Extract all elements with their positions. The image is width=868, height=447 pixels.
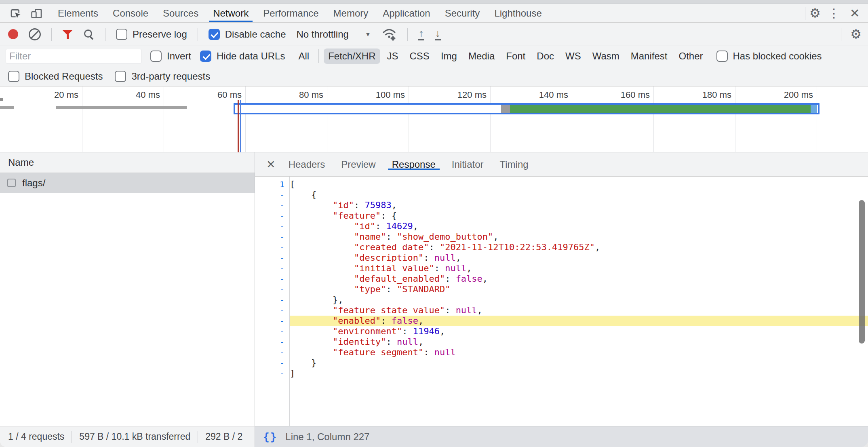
line-number: - bbox=[255, 232, 289, 242]
filter-toggle-icon[interactable] bbox=[62, 29, 73, 40]
tab-sources[interactable]: Sources bbox=[156, 4, 206, 22]
line-number: - bbox=[255, 263, 289, 274]
tab-memory[interactable]: Memory bbox=[326, 4, 376, 22]
code-line: "identity": null, bbox=[290, 337, 868, 347]
network-summary: 1 / 4 requests597 B / 10.1 kB transferre… bbox=[0, 426, 255, 447]
preserve-log-checkbox[interactable] bbox=[116, 29, 127, 40]
waterfall-bar-selected-request[interactable] bbox=[234, 103, 820, 114]
inspect-element-button[interactable] bbox=[5, 4, 26, 22]
line-number: - bbox=[255, 211, 289, 221]
more-options-icon[interactable]: ⋮ bbox=[825, 7, 843, 19]
line-number: - bbox=[255, 284, 289, 295]
type-filter-media[interactable]: Media bbox=[464, 48, 499, 64]
tab-elements[interactable]: Elements bbox=[51, 4, 105, 22]
detail-tab-response[interactable]: Response bbox=[384, 159, 444, 170]
has-blocked-cookies-checkbox[interactable] bbox=[716, 51, 728, 62]
preserve-log-option: Preserve log bbox=[116, 29, 187, 40]
line-number: - bbox=[255, 316, 289, 326]
network-conditions-icon[interactable] bbox=[381, 27, 397, 41]
detail-tab-preview[interactable]: Preview bbox=[333, 159, 383, 170]
timeline-tick-label: 80 ms bbox=[299, 90, 323, 100]
requests-table: Name flags/ bbox=[0, 152, 255, 426]
timeline-tick: 140 ms bbox=[490, 86, 572, 152]
pretty-print-icon[interactable]: {} bbox=[263, 431, 277, 443]
close-details-icon[interactable]: ✕ bbox=[261, 152, 280, 176]
line-number: - bbox=[255, 305, 289, 316]
throttling-value: No throttling bbox=[296, 29, 348, 40]
timeline-tick-label: 160 ms bbox=[621, 90, 650, 100]
network-settings-gear-icon[interactable]: ⚙ bbox=[850, 28, 862, 40]
hide-data-urls-checkbox[interactable] bbox=[200, 51, 211, 62]
clear-network-log-icon[interactable] bbox=[29, 28, 41, 40]
vertical-scrollbar[interactable] bbox=[859, 200, 865, 344]
code-line: "feature_segment": null bbox=[290, 347, 868, 358]
filter-input[interactable] bbox=[6, 49, 141, 63]
blocked-requests-checkbox[interactable] bbox=[8, 71, 19, 82]
waterfall-bar-gray bbox=[0, 106, 14, 109]
type-filter-img[interactable]: Img bbox=[436, 48, 461, 64]
code-line: }, bbox=[290, 295, 868, 305]
invert-label: Invert bbox=[167, 51, 191, 62]
hide-data-urls-label: Hide data URLs bbox=[217, 51, 285, 62]
waterfall-bar-fragment bbox=[0, 98, 3, 101]
tab-application[interactable]: Application bbox=[375, 4, 437, 22]
name-column-header[interactable]: Name bbox=[0, 152, 255, 173]
throttling-select[interactable]: No throttling ▼ bbox=[296, 29, 371, 40]
type-filter-all[interactable]: All bbox=[294, 48, 314, 64]
code-line: "id": 14629, bbox=[290, 221, 868, 232]
code-line: { bbox=[290, 190, 868, 200]
detail-tabs: ✕ HeadersPreviewResponseInitiatorTiming bbox=[255, 152, 868, 177]
line-number: - bbox=[255, 347, 289, 358]
close-devtools-icon[interactable]: ✕ bbox=[847, 7, 862, 19]
line-number: - bbox=[255, 295, 289, 305]
panel-tabs: ElementsConsoleSourcesNetworkPerformance… bbox=[51, 4, 549, 22]
code-line: "initial_value": null, bbox=[290, 263, 868, 274]
settings-gear-icon[interactable]: ⚙ bbox=[809, 7, 821, 19]
timeline-tick-label: 200 ms bbox=[784, 90, 813, 100]
blocked-requests-option: Blocked Requests bbox=[8, 71, 103, 82]
search-icon[interactable] bbox=[83, 29, 95, 40]
device-toolbar-button[interactable] bbox=[26, 4, 47, 22]
timeline-tick: 80 ms bbox=[245, 86, 327, 152]
summary-item: 1 / 4 requests bbox=[8, 431, 64, 442]
code-line: "feature": { bbox=[290, 211, 868, 221]
detail-tab-initiator[interactable]: Initiator bbox=[444, 159, 492, 170]
timeline-tick: 60 ms bbox=[164, 86, 246, 152]
network-overview-timeline[interactable]: 20 ms40 ms60 ms80 ms100 ms120 ms140 ms16… bbox=[0, 86, 868, 152]
detail-tab-timing[interactable]: Timing bbox=[491, 159, 536, 170]
window-top-strip bbox=[0, 0, 868, 4]
preserve-log-label: Preserve log bbox=[133, 29, 187, 40]
line-number: - bbox=[255, 190, 289, 200]
type-filter-wasm[interactable]: Wasm bbox=[588, 48, 624, 64]
type-filter-manifest[interactable]: Manifest bbox=[626, 48, 672, 64]
timeline-tick-label: 20 ms bbox=[54, 90, 78, 100]
request-doc-icon bbox=[7, 179, 16, 187]
third-party-checkbox[interactable] bbox=[115, 71, 126, 82]
record-network-log-button[interactable] bbox=[8, 29, 18, 39]
tab-console[interactable]: Console bbox=[105, 4, 156, 22]
domcontentloaded-event-line bbox=[240, 100, 241, 152]
tab-security[interactable]: Security bbox=[438, 4, 487, 22]
export-har-icon[interactable]: ↓ bbox=[435, 28, 441, 40]
line-number: - bbox=[255, 337, 289, 347]
type-filter-js[interactable]: JS bbox=[383, 48, 403, 64]
tab-network[interactable]: Network bbox=[206, 4, 256, 22]
import-har-icon[interactable]: ↑ bbox=[418, 28, 424, 40]
request-row[interactable]: flags/ bbox=[0, 173, 255, 193]
type-filter-other[interactable]: Other bbox=[674, 48, 707, 64]
invert-checkbox[interactable] bbox=[150, 51, 162, 62]
divider bbox=[318, 49, 319, 63]
type-filter-css[interactable]: CSS bbox=[405, 48, 434, 64]
code-line: } bbox=[290, 358, 868, 368]
type-filter-doc[interactable]: Doc bbox=[532, 48, 558, 64]
detail-tab-headers[interactable]: Headers bbox=[280, 159, 333, 170]
tab-performance[interactable]: Performance bbox=[256, 4, 326, 22]
disable-cache-checkbox[interactable] bbox=[209, 29, 220, 40]
type-filter-fetch-xhr[interactable]: Fetch/XHR bbox=[324, 48, 380, 64]
code-line: ] bbox=[290, 368, 868, 379]
timeline-tick-label: 120 ms bbox=[457, 90, 487, 100]
type-filter-font[interactable]: Font bbox=[501, 48, 530, 64]
type-filter-ws[interactable]: WS bbox=[561, 48, 586, 64]
inspect-cursor-icon bbox=[9, 7, 22, 20]
tab-lighthouse[interactable]: Lighthouse bbox=[487, 4, 549, 22]
